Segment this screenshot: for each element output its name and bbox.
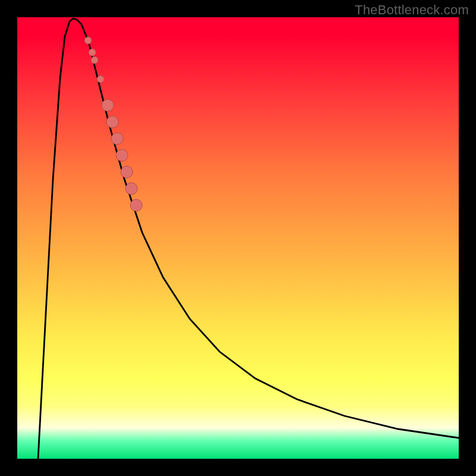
- highlight-marker: [107, 116, 118, 128]
- highlight-marker: [91, 57, 98, 64]
- highlight-marker: [97, 76, 104, 83]
- marker-group: [84, 37, 142, 211]
- bottleneck-curve-svg: [17, 17, 459, 459]
- highlight-marker: [116, 149, 128, 161]
- highlight-marker: [126, 183, 137, 195]
- bottleneck-curve-path: [38, 18, 459, 459]
- highlight-marker: [102, 99, 114, 111]
- chart-frame: TheBottleneck.com: [0, 0, 476, 476]
- highlight-marker: [89, 49, 96, 56]
- highlight-marker: [121, 166, 133, 178]
- highlight-marker: [111, 133, 123, 145]
- attribution-text: TheBottleneck.com: [355, 2, 469, 18]
- highlight-marker: [130, 199, 142, 211]
- chart-plot-area: [17, 17, 459, 459]
- highlight-marker: [84, 37, 92, 44]
